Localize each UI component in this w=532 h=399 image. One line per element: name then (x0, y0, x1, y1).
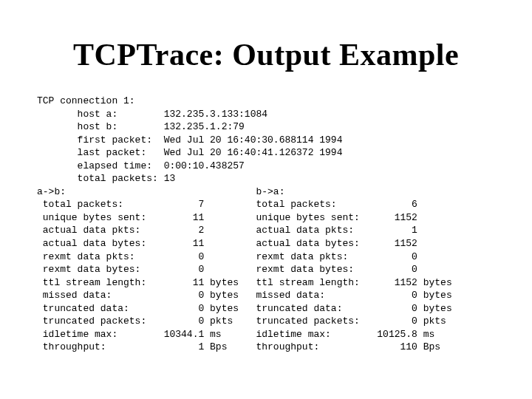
slide: TCPTrace: Output Example TCP connection … (0, 0, 532, 399)
tcp-output: TCP connection 1: host a: 132.235.3.133:… (37, 95, 495, 354)
slide-title: TCPTrace: Output Example (37, 37, 495, 72)
